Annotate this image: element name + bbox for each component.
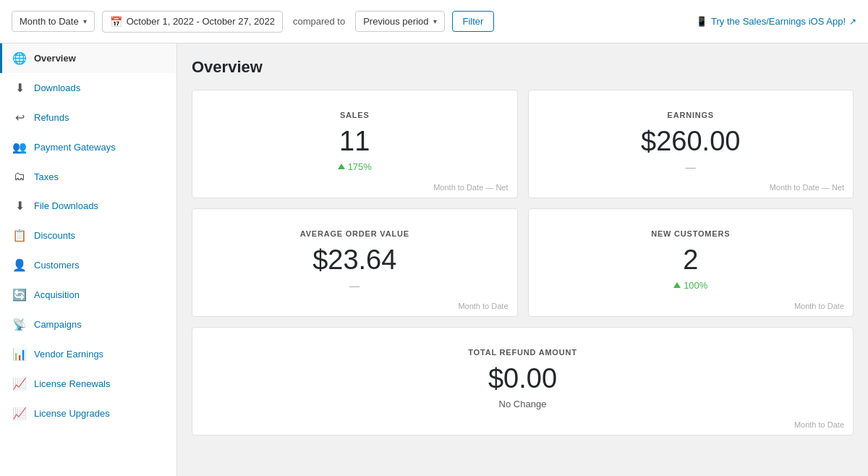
compare-chevron: ▾ xyxy=(433,17,437,25)
date-range-picker[interactable]: 📅 October 1, 2022 - October 27, 2022 xyxy=(102,11,283,33)
card-value-average-order-value: $23.64 xyxy=(210,245,500,276)
card-sub-total-refund-amount: No Change xyxy=(210,399,835,409)
card-dash-earnings: — xyxy=(546,161,836,173)
card-total-refund-amount: TOTAL REFUND AMOUNT$0.00No ChangeMonth t… xyxy=(192,327,854,435)
sidebar-item-label-refunds: Refunds xyxy=(34,112,69,123)
sidebar-item-downloads[interactable]: ⬇Downloads xyxy=(0,73,176,103)
card-label-average-order-value: AVERAGE ORDER VALUE xyxy=(210,229,500,238)
ios-icon: 📱 xyxy=(696,16,707,27)
cards-grid: SALES11175%Month to Date — NetEARNINGS$2… xyxy=(192,90,854,435)
ios-app-link[interactable]: 📱 Try the Sales/Earnings iOS App! ↗ xyxy=(696,16,856,27)
sidebar-item-customers[interactable]: 👤Customers xyxy=(0,250,176,280)
sidebar-item-taxes[interactable]: 🗂Taxes xyxy=(0,162,176,191)
period-label: Month to Date xyxy=(20,16,79,27)
discounts-icon: 📋 xyxy=(12,229,27,242)
sidebar-item-label-vendor-earnings: Vendor Earnings xyxy=(34,349,103,360)
card-new-customers: NEW CUSTOMERS2100%Month to Date xyxy=(528,208,854,317)
acquisition-icon: 🔄 xyxy=(12,288,27,302)
period-selector[interactable]: Month to Date ▾ xyxy=(12,11,95,32)
sidebar-item-label-discounts: Discounts xyxy=(34,230,75,241)
vendor-earnings-icon: 📊 xyxy=(12,347,27,361)
page-title: Overview xyxy=(192,58,854,77)
card-trend-sales: 175% xyxy=(210,161,500,172)
card-earnings: EARNINGS$260.00—Month to Date — Net xyxy=(528,90,854,198)
card-trend-new-customers: 100% xyxy=(546,280,836,291)
payment-gateways-icon: 👥 xyxy=(12,140,27,154)
card-sales: SALES11175%Month to Date — Net xyxy=(192,90,518,198)
sidebar-item-license-renewals[interactable]: 📈License Renewals xyxy=(0,369,176,399)
card-value-earnings: $260.00 xyxy=(546,127,836,157)
sidebar-item-label-downloads: Downloads xyxy=(34,82,80,93)
card-average-order-value: AVERAGE ORDER VALUE$23.64—Month to Date xyxy=(192,208,518,317)
license-upgrades-icon: 📈 xyxy=(12,407,27,420)
sidebar-item-label-campaigns: Campaigns xyxy=(34,319,82,330)
taxes-icon: 🗂 xyxy=(12,170,27,183)
compare-selector[interactable]: Previous period ▾ xyxy=(355,11,444,32)
sidebar-item-license-upgrades[interactable]: 📈License Upgrades xyxy=(0,399,176,428)
sidebar-item-payment-gateways[interactable]: 👥Payment Gateways xyxy=(0,132,176,162)
date-range-value: October 1, 2022 - October 27, 2022 xyxy=(127,16,275,27)
sidebar-item-label-payment-gateways: Payment Gateways xyxy=(34,142,116,153)
card-footer-total-refund-amount: Month to Date xyxy=(794,420,844,429)
sidebar-item-campaigns[interactable]: 📡Campaigns xyxy=(0,310,176,339)
compare-label: Previous period xyxy=(363,16,428,27)
card-value-sales: 11 xyxy=(210,127,500,157)
card-footer-earnings: Month to Date — Net xyxy=(770,183,844,192)
sidebar-item-label-file-downloads: File Downloads xyxy=(34,200,98,211)
trend-value-sales: 175% xyxy=(348,161,372,172)
period-chevron: ▾ xyxy=(83,17,87,25)
card-label-new-customers: NEW CUSTOMERS xyxy=(546,229,836,238)
downloads-icon: ⬇ xyxy=(12,81,27,95)
layout: 🌐Overview⬇Downloads↩Refunds👥Payment Gate… xyxy=(0,43,868,476)
overview-icon: 🌐 xyxy=(12,51,27,65)
card-dash-average-order-value: — xyxy=(210,280,500,292)
sidebar-item-vendor-earnings[interactable]: 📊Vendor Earnings xyxy=(0,339,176,369)
main-content: Overview SALES11175%Month to Date — NetE… xyxy=(177,43,868,476)
sidebar-item-label-license-renewals: License Renewals xyxy=(34,378,111,389)
file-downloads-icon: ⬇ xyxy=(12,199,27,213)
sidebar-item-label-taxes: Taxes xyxy=(34,171,59,182)
trend-value-new-customers: 100% xyxy=(684,280,707,291)
external-link-icon: ↗ xyxy=(849,17,856,27)
sidebar-item-label-customers: Customers xyxy=(34,260,80,271)
sidebar-item-acquisition[interactable]: 🔄Acquisition xyxy=(0,280,176,310)
card-value-new-customers: 2 xyxy=(546,245,836,276)
card-footer-average-order-value: Month to Date xyxy=(458,302,508,310)
card-label-total-refund-amount: TOTAL REFUND AMOUNT xyxy=(210,348,835,357)
topbar: Month to Date ▾ 📅 October 1, 2022 - Octo… xyxy=(0,0,868,43)
campaigns-icon: 📡 xyxy=(12,318,27,331)
trend-arrow-sales xyxy=(338,163,345,169)
refunds-icon: ↩ xyxy=(12,111,27,124)
filter-button[interactable]: Filter xyxy=(452,11,495,32)
sidebar-item-refunds[interactable]: ↩Refunds xyxy=(0,103,176,132)
card-label-sales: SALES xyxy=(210,111,500,119)
sidebar-item-file-downloads[interactable]: ⬇File Downloads xyxy=(0,191,176,221)
ios-link-label: Try the Sales/Earnings iOS App! xyxy=(711,16,846,27)
sidebar-item-discounts[interactable]: 📋Discounts xyxy=(0,221,176,250)
sidebar-item-label-license-upgrades: License Upgrades xyxy=(34,408,110,419)
card-footer-sales: Month to Date — Net xyxy=(433,183,508,192)
card-footer-new-customers: Month to Date xyxy=(794,302,844,310)
trend-arrow-new-customers xyxy=(673,282,681,288)
customers-icon: 👤 xyxy=(12,258,27,272)
card-label-earnings: EARNINGS xyxy=(546,111,836,119)
sidebar-item-label-acquisition: Acquisition xyxy=(34,289,80,300)
card-value-total-refund-amount: $0.00 xyxy=(210,364,835,394)
calendar-icon: 📅 xyxy=(110,16,122,27)
license-renewals-icon: 📈 xyxy=(12,377,27,391)
compared-to-label: compared to xyxy=(293,16,345,27)
sidebar-item-overview[interactable]: 🌐Overview xyxy=(0,43,176,73)
sidebar: 🌐Overview⬇Downloads↩Refunds👥Payment Gate… xyxy=(0,43,177,476)
sidebar-item-label-overview: Overview xyxy=(34,53,76,64)
